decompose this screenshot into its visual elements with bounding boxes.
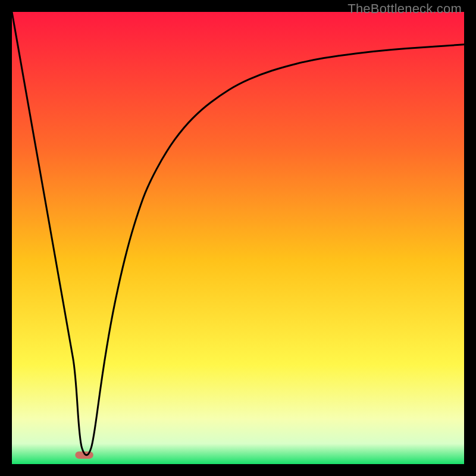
chart-svg bbox=[12, 12, 464, 464]
chart-frame bbox=[12, 12, 464, 464]
gradient-background bbox=[12, 12, 464, 464]
watermark-text: TheBottleneck.com bbox=[347, 1, 462, 17]
